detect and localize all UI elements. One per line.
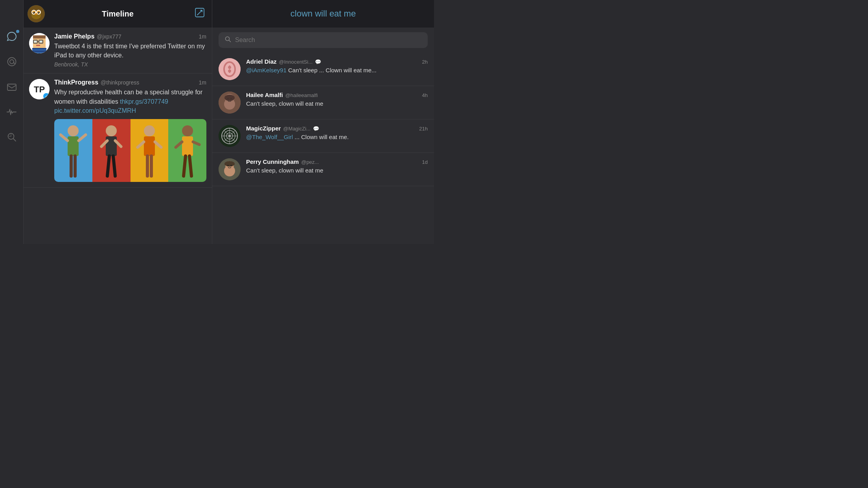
svg-line-59 [184,156,186,176]
svg-line-39 [61,135,68,141]
result-time: 2h [422,59,428,65]
tweet-item[interactable]: TP ✓ ThinkProgress @thinkprogress 1m Why… [24,73,212,188]
svg-point-43 [106,125,117,136]
tweet-image [54,119,206,182]
result-item[interactable]: MagicZipper @MagicZi... 💬 21h @The_Wolf_… [212,119,434,153]
svg-point-14 [33,12,35,14]
sidebar [0,0,24,244]
result-content: Hailee Amalfi @haileeamalfi 4h Can't sle… [246,92,428,108]
result-content: Perry Cunningham @pez... 1d Can't sleep,… [246,158,428,174]
result-item[interactable]: Hailee Amalfi @haileeamalfi 4h Can't sle… [212,86,434,119]
svg-rect-30 [36,45,40,46]
result-author-name: Hailee Amalfi [246,92,283,98]
image-panel-yellow [131,119,169,182]
comment-icon: 💬 [315,59,321,65]
svg-point-84 [224,161,235,167]
svg-text:TP: TP [34,84,45,94]
result-time: 4h [422,92,428,98]
tweet-link[interactable]: thkpr.gs/3707749 pic.twitter.com/pUq3quZ… [54,98,168,114]
result-text: Can't sleep, clown will eat me [246,99,428,108]
tweet-time: 1m [199,79,206,86]
search-bar [219,32,428,48]
results-list: Adriel Diaz @InnocentSi... 💬 2h @iAmKels… [212,53,434,244]
right-column: clown will eat me [212,0,434,244]
tweet-text: Why reproductive health can be a special… [54,88,206,115]
svg-rect-29 [40,41,42,42]
svg-point-18 [35,13,37,15]
tweet-author-handle: @thinkprogress [101,79,139,86]
result-text: Can't sleep, clown will eat me [246,166,428,174]
timeline-title: Timeline [102,9,134,18]
svg-rect-50 [144,136,155,156]
tweet-content: ThinkProgress @thinkprogress 1m Why repr… [54,79,206,182]
tweet-avatar: TP ✓ [29,79,50,99]
result-avatar [219,158,241,180]
svg-point-37 [68,125,79,136]
search-icon [225,36,231,44]
svg-rect-44 [106,136,117,156]
svg-line-40 [79,135,86,141]
svg-point-16 [33,12,34,13]
tweet-text: Tweetbot 4 is the first time I've prefer… [54,42,206,60]
sidebar-item-timeline[interactable] [7,31,17,44]
svg-line-60 [189,156,191,176]
svg-line-48 [113,156,115,176]
result-item[interactable]: Perry Cunningham @pez... 1d Can't sleep,… [212,153,434,186]
tweet-time: 1m [199,33,206,40]
tweet-author-name: Jamie Phelps [54,33,94,40]
result-author-name: Adriel Diaz [246,58,277,65]
result-text: @The_Wolf__Girl ... Clown will eat me. [246,133,428,141]
svg-point-0 [10,60,14,64]
right-header: clown will eat me [212,0,434,28]
compose-button[interactable] [195,7,205,20]
result-content: Adriel Diaz @InnocentSi... 💬 2h @iAmKels… [246,58,428,74]
result-item[interactable]: Adriel Diaz @InnocentSi... 💬 2h @iAmKels… [212,53,434,86]
user-avatar[interactable] [28,5,45,22]
result-author-name: Perry Cunningham [246,158,299,165]
image-panel-blue [54,119,92,182]
sidebar-item-messages[interactable] [7,82,17,94]
search-input[interactable] [235,37,421,44]
svg-point-1 [7,58,16,66]
result-avatar [219,92,241,114]
sidebar-item-mentions[interactable] [7,57,17,69]
svg-line-47 [107,156,109,176]
svg-rect-28 [34,41,37,42]
tweet-location: Benbrook, TX [54,61,206,68]
svg-rect-2 [7,84,16,90]
tweet-item[interactable]: Jamie Phelps @jxpx777 1m Tweetbot 4 is t… [24,28,212,73]
verified-badge: ✓ [43,93,50,99]
svg-rect-31 [33,35,46,39]
svg-line-51 [138,142,144,147]
svg-point-86 [231,165,232,166]
tweet-author-handle: @jxpx777 [97,33,121,40]
result-author-handle: @MagicZi... [283,126,311,132]
tweet-avatar [29,33,50,53]
sidebar-item-search[interactable] [7,132,17,145]
result-text: @iAmKelsey91 Can't sleep ... Clown will … [246,66,428,74]
notification-badge [16,30,19,33]
search-bar-container [212,28,434,53]
result-avatar [219,125,241,147]
svg-line-52 [155,142,161,147]
tweet-content: Jamie Phelps @jxpx777 1m Tweetbot 4 is t… [54,33,206,68]
result-content: MagicZipper @MagicZi... 💬 21h @The_Wolf_… [246,125,428,141]
result-author-handle: @pez... [301,159,319,165]
svg-point-49 [144,125,155,136]
svg-rect-34 [32,51,46,52]
tweet-author-name: ThinkProgress [54,79,98,86]
svg-point-15 [38,12,40,14]
svg-line-5 [13,139,16,141]
result-avatar [219,58,241,80]
svg-line-62 [229,40,231,42]
svg-point-55 [182,125,193,136]
svg-rect-33 [32,48,46,49]
result-time: 1d [422,159,428,165]
svg-point-85 [228,165,229,166]
sidebar-item-activity[interactable] [7,107,17,119]
timeline-header: Timeline [24,0,212,28]
result-mention[interactable]: @iAmKelsey91 [246,67,287,73]
result-mention[interactable]: @The_Wolf__Girl [246,134,293,140]
result-author-name: MagicZipper [246,125,281,132]
result-author-handle: @InnocentSi... [279,59,313,65]
